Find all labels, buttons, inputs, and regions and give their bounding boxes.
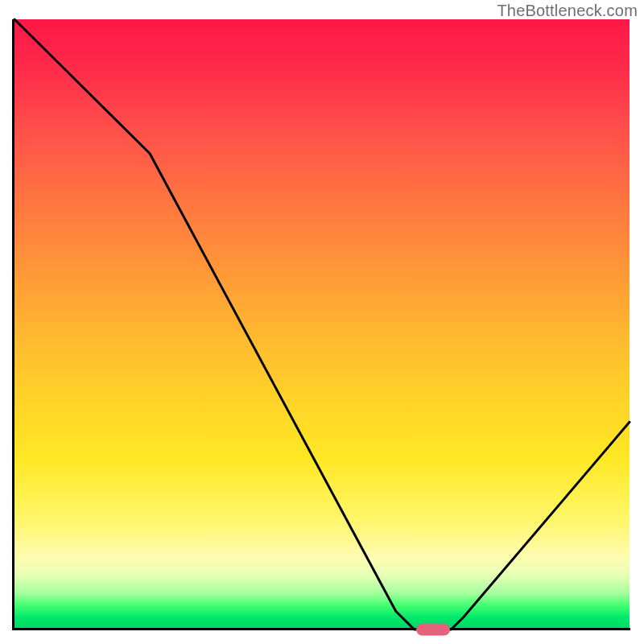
optimal-marker bbox=[416, 624, 450, 636]
watermark-text: TheBottleneck.com bbox=[497, 2, 638, 20]
curve-path bbox=[14, 19, 630, 630]
bottleneck-curve bbox=[14, 19, 630, 630]
